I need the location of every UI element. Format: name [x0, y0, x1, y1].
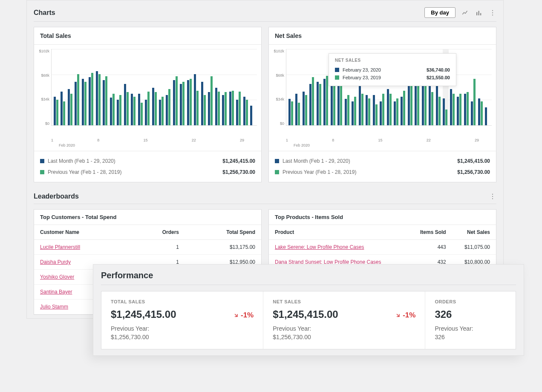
table-row: Lake Serene: Low Profile Phone Cases443$…	[269, 240, 496, 255]
customer-link[interactable]: Julio Stamm	[40, 304, 68, 310]
leaderboards-title: Leaderboards	[34, 193, 79, 200]
metric-cell[interactable]: ORDERS326Previous Year:326	[425, 291, 516, 349]
metric-label: TOTAL SALES	[111, 299, 254, 304]
legend-swatch-icon	[335, 68, 339, 72]
metric-previous: Previous Year:$1,256,730.00	[273, 325, 415, 341]
chart-tooltip: NET SALES February 23, 2020 $36,740.00 F…	[329, 53, 456, 86]
charts-title: Charts	[34, 9, 55, 17]
metric-change: -1%	[233, 311, 254, 320]
product-link[interactable]: Lake Serene: Low Profile Phone Cases	[275, 244, 364, 250]
interval-button[interactable]: By day	[424, 7, 456, 18]
arrow-down-right-icon	[395, 312, 401, 318]
line-chart-icon[interactable]	[461, 9, 469, 17]
legend-swatch-icon	[40, 159, 44, 163]
performance-panel: Performance TOTAL SALES$1,245,415.00-1%P…	[93, 264, 524, 356]
plot-area[interactable]	[51, 49, 257, 126]
performance-title: Performance	[101, 271, 516, 285]
svg-point-3	[492, 10, 493, 11]
svg-rect-1	[479, 11, 479, 15]
legend-row: Last Month (Feb 1 - 29, 2020) $1,245,415…	[40, 156, 255, 167]
legend-swatch-icon	[335, 75, 339, 80]
performance-grid: TOTAL SALES$1,245,415.00-1%Previous Year…	[101, 291, 516, 349]
metric-previous: Previous Year:$1,256,730.00	[111, 325, 254, 341]
svg-point-4	[492, 12, 493, 13]
customer-link[interactable]: Daisha Purdy	[40, 259, 71, 265]
customer-link[interactable]: Lucile Pfannerstill	[40, 244, 80, 250]
legend-swatch-icon	[275, 159, 279, 163]
svg-point-6	[492, 194, 493, 195]
legend-swatch-icon	[275, 170, 279, 174]
net-sales-chart: Net Sales $102k $68k $34k $0	[268, 27, 496, 182]
charts-row: Total Sales $102k $68k $34k $0	[34, 27, 496, 182]
metric-cell[interactable]: TOTAL SALES$1,245,415.00-1%Previous Year…	[101, 291, 263, 349]
arrow-down-right-icon	[233, 312, 239, 318]
x-sublabel: Feb 2020	[273, 143, 492, 147]
metric-value: 326	[435, 308, 506, 320]
legend-row: Previous Year (Feb 1 - 28, 2019) $1,256,…	[275, 167, 490, 178]
tooltip-row: February 23, 2019 $21,550.00	[335, 74, 450, 81]
svg-point-5	[492, 14, 493, 15]
chart-legend: Last Month (Feb 1 - 29, 2020) $1,245,415…	[34, 151, 261, 182]
metric-value: $1,245,415.00	[111, 308, 254, 320]
tooltip-row: February 23, 2020 $36,740.00	[335, 66, 450, 74]
bar-chart-icon[interactable]	[475, 9, 483, 17]
svg-point-7	[492, 196, 493, 197]
total-sales-chart: Total Sales $102k $68k $34k $0	[34, 27, 262, 182]
kebab-menu-icon[interactable]	[489, 193, 496, 200]
metric-previous: Previous Year:326	[435, 325, 506, 341]
x-sublabel: Feb 2020	[38, 143, 257, 147]
legend-row: Previous Year (Feb 1 - 28, 2019) $1,256,…	[40, 167, 255, 178]
metric-cell[interactable]: NET SALES$1,245,415.00-1%Previous Year:$…	[263, 291, 425, 349]
metric-change: -1%	[395, 311, 415, 320]
metric-label: ORDERS	[435, 299, 506, 304]
chart-title: Net Sales	[269, 27, 496, 45]
svg-rect-2	[480, 13, 481, 15]
customer-link[interactable]: Yoshiko Glover	[40, 274, 74, 280]
kebab-menu-icon[interactable]	[489, 9, 496, 17]
legend-row: Last Month (Feb 1 - 29, 2020) $1,245,415…	[275, 156, 490, 167]
metric-value: $1,245,415.00	[273, 308, 415, 320]
table-row: Lucile Pfannerstill1$13,175.00	[34, 240, 261, 255]
charts-header: Charts By day	[34, 7, 496, 22]
legend-swatch-icon	[40, 170, 44, 174]
x-axis: 1 8 15 22 29	[273, 136, 492, 142]
y-axis: $102k $68k $34k $0	[38, 49, 51, 126]
metric-label: NET SALES	[273, 299, 415, 304]
chart-legend: Last Month (Feb 1 - 29, 2020) $1,245,415…	[269, 151, 496, 182]
charts-controls: By day	[424, 7, 496, 18]
y-axis: $102k $68k $34k $0	[273, 49, 286, 126]
x-axis: 1 8 15 22 29	[38, 136, 257, 142]
chart-title: Total Sales	[34, 27, 261, 45]
svg-point-8	[492, 198, 493, 199]
customer-link[interactable]: Santina Bayer	[40, 289, 72, 295]
svg-rect-0	[476, 12, 477, 15]
